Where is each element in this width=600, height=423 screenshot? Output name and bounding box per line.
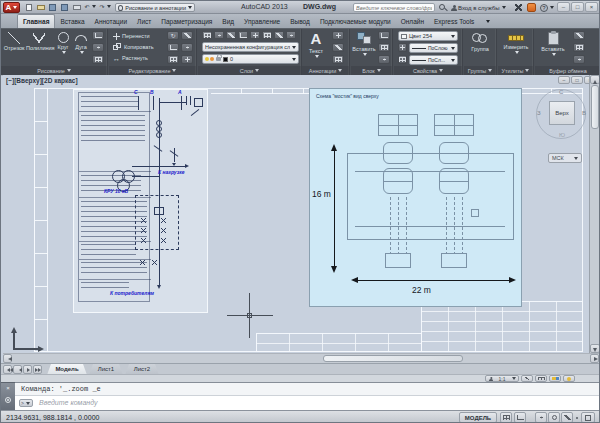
help-button[interactable]: ? xyxy=(540,3,554,12)
steeringwheel-button[interactable] xyxy=(561,412,573,423)
horizontal-scroll-thumb[interactable] xyxy=(323,355,463,362)
leader-button[interactable] xyxy=(332,43,344,52)
vertical-scroll-thumb[interactable] xyxy=(591,85,599,129)
sign-in-button[interactable]: Вход в службы xyxy=(451,3,506,12)
coordinates-readout[interactable]: 2134.9631, 988.1814 , 0.0000 xyxy=(6,411,99,423)
app-menu-button[interactable]: A xyxy=(3,2,20,13)
layer-state-dropdown[interactable]: Несохраненная конфигурация сло xyxy=(202,42,299,52)
insert-block-button[interactable]: Вставить xyxy=(352,30,376,58)
move-button[interactable]: Перенести xyxy=(113,31,150,41)
command-input[interactable]: > Введите команду xyxy=(15,396,600,410)
scroll-left-button[interactable] xyxy=(3,354,12,363)
linetype-dropdown[interactable]: ПоСл... xyxy=(409,55,458,65)
model-space-button[interactable]: МОДЕЛЬ xyxy=(459,412,497,423)
mirror-button[interactable] xyxy=(181,31,193,40)
autodesk360-button[interactable] xyxy=(527,3,536,12)
vertical-scrollbar[interactable] xyxy=(589,75,600,353)
first-tab-button[interactable] xyxy=(3,365,12,374)
tab-home[interactable]: Главная xyxy=(17,14,55,28)
workspace-switch-button[interactable] xyxy=(549,375,561,382)
ellipse-button[interactable] xyxy=(92,43,104,52)
annotation-autoscale-button[interactable] xyxy=(535,375,547,382)
rotate-button[interactable]: ↻ xyxy=(167,31,179,40)
fillet-button[interactable] xyxy=(181,43,193,52)
search-input[interactable] xyxy=(353,3,435,12)
prev-tab-button[interactable] xyxy=(13,365,22,374)
tab-express-tools[interactable]: Express Tools xyxy=(429,15,479,28)
lineweight-dropdown[interactable]: ПоСлою xyxy=(409,43,458,53)
layer-state-button[interactable] xyxy=(286,31,296,39)
annotation-scale-button[interactable]: 1:1 xyxy=(485,375,519,382)
block-edit-button[interactable] xyxy=(378,31,390,40)
minimize-button[interactable]: – xyxy=(557,2,570,12)
paste-button[interactable]: Вставить xyxy=(539,30,567,58)
ucs-dropdown[interactable]: МСК xyxy=(548,153,582,163)
block-define-button[interactable] xyxy=(378,55,390,64)
arc-button[interactable]: Дуга xyxy=(73,30,89,56)
compass-east[interactable]: В xyxy=(582,110,586,116)
zoom-button[interactable] xyxy=(548,412,560,423)
tab-layout[interactable]: Лист xyxy=(132,15,156,28)
scroll-up-button[interactable] xyxy=(590,75,600,84)
maximize-button[interactable]: □ xyxy=(571,2,584,12)
tab-view[interactable]: Вид xyxy=(217,15,239,28)
group-button[interactable]: Группа xyxy=(467,30,493,52)
layer-properties-button[interactable] xyxy=(202,31,212,39)
tab-manage[interactable]: Управление xyxy=(239,15,285,28)
layer-freeze-button[interactable] xyxy=(238,31,248,39)
stretch-button[interactable]: ↔Растянуть xyxy=(113,53,148,63)
erase-button[interactable] xyxy=(181,55,193,64)
doc-minimize-button[interactable]: – xyxy=(558,76,570,84)
command-close-icon[interactable]: × xyxy=(1,383,15,393)
search-icon[interactable] xyxy=(439,4,445,10)
annotation-visibility-button[interactable] xyxy=(521,375,533,382)
linetype-icon-button[interactable] xyxy=(398,55,407,64)
lineweight-icon-button[interactable] xyxy=(398,43,407,52)
layer-off-button[interactable] xyxy=(214,31,224,39)
layer-match-button[interactable] xyxy=(262,31,272,39)
exchange-apps-button[interactable] xyxy=(515,4,523,12)
measure-button[interactable]: Измерить xyxy=(501,30,531,56)
new-file-button[interactable] xyxy=(23,3,34,12)
command-customize-icon[interactable] xyxy=(5,397,11,403)
tab-parametric[interactable]: Параметризация xyxy=(156,15,217,28)
tab-annotate[interactable]: Аннотации xyxy=(90,15,133,28)
compass-north[interactable]: С xyxy=(559,89,563,95)
undo-button[interactable]: ↶ xyxy=(83,3,97,12)
color-dropdown[interactable]: Цвет 254 xyxy=(398,31,458,41)
redo-button[interactable]: ↷ xyxy=(98,3,112,12)
tab-online[interactable]: Онлайн xyxy=(396,15,429,28)
plot-button[interactable] xyxy=(71,3,82,12)
copy-button[interactable]: Копировать xyxy=(113,42,154,52)
viewport-controls[interactable]: [−][Вверху][2D каркас] xyxy=(6,77,78,84)
scroll-down-button[interactable] xyxy=(590,344,600,353)
layer-isolate-button[interactable] xyxy=(226,31,236,39)
layer-lock-button[interactable] xyxy=(250,31,260,39)
hatch-button[interactable] xyxy=(92,55,104,64)
doc-restore-button[interactable]: □ xyxy=(571,76,583,84)
scroll-right-button[interactable] xyxy=(590,354,599,363)
block-attr-button[interactable] xyxy=(378,43,390,52)
tab-plugins[interactable]: Подключаемые модули xyxy=(315,15,396,28)
workspace-switcher[interactable]: Рисование и аннотации xyxy=(115,3,195,12)
command-prompt-icon[interactable]: > xyxy=(19,399,33,407)
viewcube[interactable]: Верх С З В Ю xyxy=(534,87,589,143)
compass-south[interactable]: Ю xyxy=(559,132,565,138)
table-button[interactable] xyxy=(332,55,344,64)
compass-west[interactable]: З xyxy=(537,110,541,116)
clean-screen-button[interactable] xyxy=(581,412,595,423)
text-button[interactable]: AТекст xyxy=(304,30,328,60)
save-button[interactable] xyxy=(47,3,58,12)
circle-button[interactable]: Круг xyxy=(54,30,72,56)
match-props-button[interactable] xyxy=(573,55,585,64)
viewcube-face-top[interactable]: Верх xyxy=(549,101,575,125)
layer-dropdown[interactable]: 0 xyxy=(202,54,299,64)
quick-view-drawings-button[interactable] xyxy=(514,412,526,423)
array-button[interactable] xyxy=(167,55,179,64)
open-file-button[interactable] xyxy=(35,3,46,12)
cut-button[interactable] xyxy=(573,31,585,40)
save-as-button[interactable] xyxy=(59,3,70,12)
trim-button[interactable] xyxy=(167,43,179,52)
line-button[interactable]: Отрезок xyxy=(3,30,25,51)
layer-prev-button[interactable] xyxy=(274,31,284,39)
